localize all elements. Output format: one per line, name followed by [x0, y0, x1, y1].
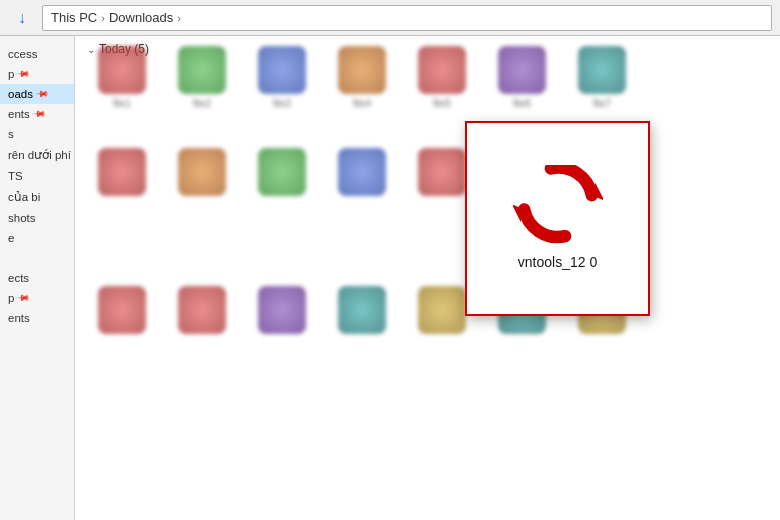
back-button[interactable]: ↓: [8, 6, 36, 30]
sidebar-item-p2[interactable]: p 📌: [0, 288, 74, 308]
sidebar-item-ts[interactable]: TS: [0, 166, 74, 186]
file-grid-background: file1 file2 file3 file4: [75, 36, 780, 520]
sidebar-label: shots: [8, 212, 36, 224]
file-icon: [338, 46, 386, 94]
file-label: file4: [327, 98, 397, 109]
file-icon: [338, 286, 386, 334]
file-item-bg: file2: [167, 40, 237, 120]
file-icon: [98, 148, 146, 196]
sidebar-label: ects: [8, 272, 29, 284]
sidebar-item-phi[interactable]: rên dưới phí: [0, 144, 74, 166]
file-label: file1: [87, 98, 157, 109]
file-item-bg: [87, 280, 157, 360]
file-item-bg: file5: [407, 40, 477, 120]
file-icon: [178, 148, 226, 196]
sidebar-label: oads: [8, 88, 33, 100]
file-label: file5: [407, 98, 477, 109]
file-icon: [418, 286, 466, 334]
focused-file-label: vntools_12 0: [518, 253, 597, 271]
file-item-bg: [247, 142, 317, 222]
sidebar-item-ects[interactable]: ects: [0, 268, 74, 288]
breadcrumb-thispc: This PC: [51, 10, 97, 25]
sidebar-item-downloads[interactable]: oads 📌: [0, 84, 74, 104]
main-layout: ccess p 📌 oads 📌 ents 📌 s rên dưới phí T…: [0, 36, 780, 520]
pin-icon: 📌: [35, 87, 50, 102]
focused-file-overlay[interactable]: vntools_12 0: [465, 121, 650, 316]
file-item-bg: file6: [487, 40, 557, 120]
sidebar-item-cuabi[interactable]: của bi: [0, 186, 74, 208]
file-item-bg: [87, 142, 157, 222]
file-item-bg: file3: [247, 40, 317, 120]
sidebar-item-e[interactable]: e: [0, 228, 74, 248]
sidebar-label: s: [8, 128, 14, 140]
file-item-bg: [167, 280, 237, 360]
file-icon: [338, 148, 386, 196]
sidebar-label: ents: [8, 108, 30, 120]
pin-icon: 📌: [32, 107, 47, 122]
file-icon: [258, 46, 306, 94]
breadcrumb-sep1: ›: [101, 12, 105, 24]
file-label: file3: [247, 98, 317, 109]
file-icon: [258, 148, 306, 196]
file-icon: [178, 286, 226, 334]
file-icon: [258, 286, 306, 334]
file-icon: [578, 46, 626, 94]
breadcrumb-downloads: Downloads: [109, 10, 173, 25]
sidebar-item-ents[interactable]: ents 📌: [0, 104, 74, 124]
sidebar: ccess p 📌 oads 📌 ents 📌 s rên dưới phí T…: [0, 36, 75, 520]
file-icon: [178, 46, 226, 94]
sidebar-item-ents2[interactable]: ents: [0, 308, 74, 328]
sidebar-label: p: [8, 292, 14, 304]
sidebar-label: TS: [8, 170, 23, 182]
sidebar-item-p1[interactable]: p 📌: [0, 64, 74, 84]
sidebar-label: rên dưới phí: [8, 148, 71, 162]
sidebar-label: của bi: [8, 190, 40, 204]
file-item-bg: [327, 142, 397, 222]
top-bar: ↓ This PC › Downloads ›: [0, 0, 780, 36]
breadcrumb-sep2: ›: [177, 12, 181, 24]
file-icon: [498, 46, 546, 94]
down-arrow-icon: ↓: [18, 9, 26, 27]
content-area: ⌄ Today (5) file1 file2: [75, 36, 780, 520]
sidebar-item-s[interactable]: s: [0, 124, 74, 144]
breadcrumb[interactable]: This PC › Downloads ›: [42, 5, 772, 31]
file-item-bg: file7: [567, 40, 637, 120]
file-icon: [98, 286, 146, 334]
sidebar-item-shots[interactable]: shots: [0, 208, 74, 228]
file-label: file6: [487, 98, 557, 109]
sidebar-label: p: [8, 68, 14, 80]
file-item-bg: [247, 280, 317, 360]
file-item-bg: file1: [87, 40, 157, 120]
pin-icon: 📌: [16, 67, 31, 82]
file-icon: [418, 148, 466, 196]
content-scroll: ⌄ Today (5) file1 file2: [75, 36, 780, 520]
file-icon: [418, 46, 466, 94]
sidebar-label: ccess: [8, 48, 37, 60]
file-icon: [98, 46, 146, 94]
sidebar-label: ents: [8, 312, 30, 324]
sidebar-label: e: [8, 232, 14, 244]
file-label: file2: [167, 98, 237, 109]
vntools-icon: [513, 165, 603, 245]
file-item-bg: [327, 280, 397, 360]
pin-icon: 📌: [16, 291, 31, 306]
file-item-bg: [167, 142, 237, 222]
file-label: file7: [567, 98, 637, 109]
file-item-bg: file4: [327, 40, 397, 120]
sidebar-item-access[interactable]: ccess: [0, 44, 74, 64]
